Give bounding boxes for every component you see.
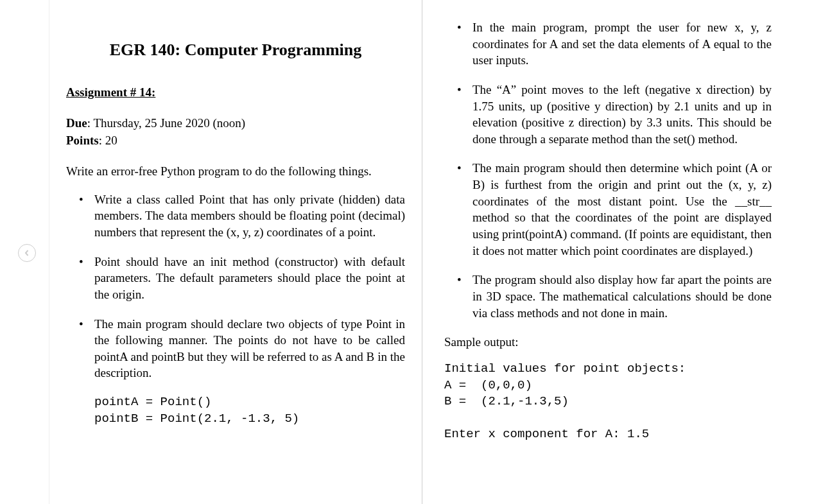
chevron-left-icon (24, 250, 30, 256)
assignment-heading: Assignment # 14: (66, 84, 405, 101)
list-item: The main program should declare two obje… (94, 316, 405, 382)
list-item: Write a class called Point that has only… (94, 191, 405, 241)
list-item: The main program should then determine w… (472, 160, 772, 259)
points-line: Points: 20 (66, 132, 405, 149)
right-bullet-list: In the main program, prompt the user for… (444, 19, 772, 321)
points-value: : 20 (99, 134, 117, 147)
right-column: In the main program, prompt the user for… (422, 0, 788, 504)
points-label: Points (66, 134, 99, 147)
meta-block: Due: Thursday, 25 June 2020 (noon) Point… (66, 115, 405, 149)
due-line: Due: Thursday, 25 June 2020 (noon) (66, 115, 405, 132)
sample-output-block: Initial values for point objects: A = (0… (444, 361, 772, 443)
due-value: : Thursday, 25 June 2020 (noon) (87, 116, 245, 130)
document-body: EGR 140: Computer Programming Assignment… (49, 0, 814, 504)
list-item: Point should have an init method (constr… (94, 254, 405, 303)
due-label: Due (66, 116, 87, 130)
code-block: pointA = Point() pointB = Point(2.1, -1.… (66, 394, 405, 427)
intro-paragraph: Write an error-free Python program to do… (66, 163, 405, 180)
left-bullet-list: Write a class called Point that has only… (66, 191, 405, 381)
list-item: In the main program, prompt the user for… (472, 19, 772, 69)
list-item: The “A” point moves to the left (negativ… (472, 82, 772, 148)
list-item: The program should also display how far … (472, 272, 772, 321)
course-title: EGR 140: Computer Programming (66, 39, 405, 61)
left-column: EGR 140: Computer Programming Assignment… (49, 0, 422, 504)
sample-output-label: Sample output: (444, 334, 772, 351)
prev-page-button[interactable] (18, 244, 36, 262)
